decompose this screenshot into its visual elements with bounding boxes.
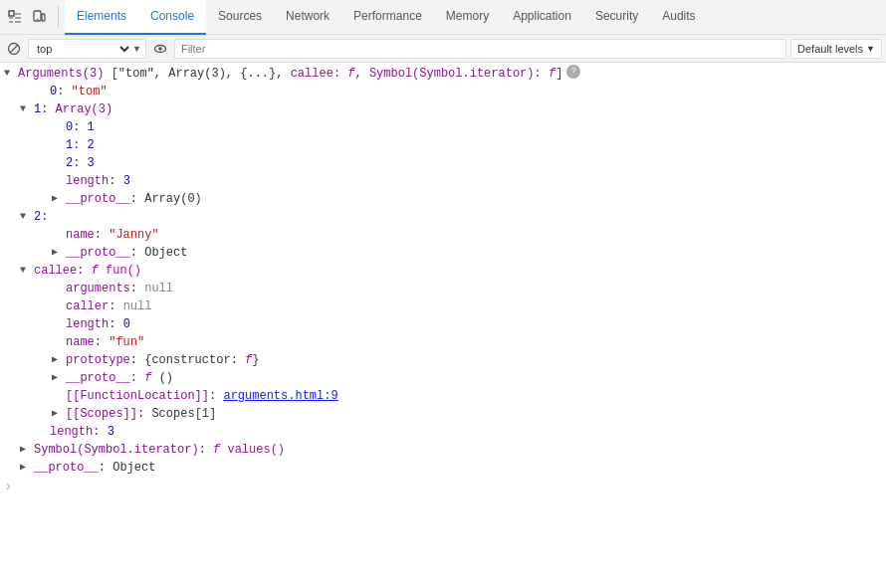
- expand-arrow[interactable]: [4, 65, 18, 83]
- list-item[interactable]: __proto__ : f (): [0, 369, 886, 387]
- list-item: name : "Janny": [0, 226, 886, 244]
- prompt-arrow-icon: ›: [4, 479, 12, 494]
- function-location-link[interactable]: arguments.html:9: [223, 387, 337, 405]
- list-item: [[FunctionLocation]] : arguments.html:9: [0, 387, 886, 405]
- inspect-icon[interactable]: [4, 6, 26, 28]
- tab-memory[interactable]: Memory: [434, 0, 501, 35]
- svg-rect-2: [42, 14, 45, 21]
- list-item[interactable]: __proto__ : Object: [0, 459, 886, 477]
- device-icon[interactable]: [28, 6, 50, 28]
- context-select[interactable]: top: [33, 42, 132, 56]
- expand-arrow[interactable]: [20, 459, 34, 477]
- expand-arrow[interactable]: [20, 208, 34, 226]
- list-item: length : 3: [0, 423, 886, 441]
- help-icon[interactable]: ?: [566, 65, 580, 79]
- tab-performance[interactable]: Performance: [341, 0, 434, 35]
- list-item[interactable]: [[Scopes]] : Scopes[1]: [0, 405, 886, 423]
- expand-arrow[interactable]: [52, 369, 66, 387]
- list-item: length : 0: [0, 315, 886, 333]
- list-item[interactable]: Arguments(3) ["tom", Array(3), {...}, ca…: [0, 65, 886, 83]
- tab-audits[interactable]: Audits: [650, 0, 707, 35]
- tab-elements[interactable]: Elements: [65, 0, 138, 35]
- list-item[interactable]: 2 :: [0, 208, 886, 226]
- svg-point-7: [158, 47, 162, 51]
- list-item[interactable]: Symbol(Symbol.iterator) : f values(): [0, 441, 886, 459]
- list-item[interactable]: callee : f fun(): [0, 262, 886, 280]
- devtools-icons: [4, 6, 59, 28]
- expand-arrow[interactable]: [52, 190, 66, 208]
- list-item: 2 : 3: [0, 154, 886, 172]
- expand-arrow[interactable]: [20, 100, 34, 118]
- console-output: Arguments(3) ["tom", Array(3), {...}, ca…: [0, 63, 886, 588]
- list-item: length : 3: [0, 172, 886, 190]
- expand-arrow[interactable]: [52, 405, 66, 423]
- context-selector[interactable]: top ▼: [28, 39, 146, 59]
- tab-sources[interactable]: Sources: [206, 0, 274, 35]
- list-item[interactable]: prototype : {constructor: f }: [0, 351, 886, 369]
- expand-arrow[interactable]: [20, 441, 34, 459]
- svg-rect-0: [9, 11, 14, 16]
- list-item: 0 : 1: [0, 118, 886, 136]
- tab-console[interactable]: Console: [138, 0, 206, 35]
- expand-arrow[interactable]: [20, 262, 34, 280]
- clear-console-button[interactable]: [4, 39, 24, 59]
- log-levels-button[interactable]: Default levels ▼: [790, 39, 882, 59]
- list-item: 0 : "tom": [0, 83, 886, 100]
- expand-arrow[interactable]: [52, 244, 66, 262]
- tab-application[interactable]: Application: [501, 0, 583, 35]
- filter-input[interactable]: [174, 39, 786, 59]
- svg-line-5: [10, 45, 18, 53]
- list-item[interactable]: __proto__ : Object: [0, 244, 886, 262]
- list-item: 1 : 2: [0, 136, 886, 154]
- svg-point-3: [37, 19, 39, 21]
- console-prompt: ›: [0, 477, 886, 496]
- eye-icon-button[interactable]: [150, 39, 170, 59]
- chevron-down-icon: ▼: [132, 44, 141, 54]
- list-item: caller : null: [0, 297, 886, 315]
- tab-security[interactable]: Security: [583, 0, 650, 35]
- list-item: name : "fun": [0, 333, 886, 351]
- tab-network[interactable]: Network: [274, 0, 341, 35]
- chevron-down-icon: ▼: [866, 44, 875, 54]
- list-item[interactable]: __proto__ : Array(0): [0, 190, 886, 208]
- expand-arrow[interactable]: [52, 351, 66, 369]
- list-item: arguments : null: [0, 280, 886, 297]
- console-toolbar: top ▼ Default levels ▼: [0, 35, 886, 63]
- tab-bar: Elements Console Sources Network Perform…: [0, 0, 886, 35]
- list-item[interactable]: 1 : Array(3): [0, 100, 886, 118]
